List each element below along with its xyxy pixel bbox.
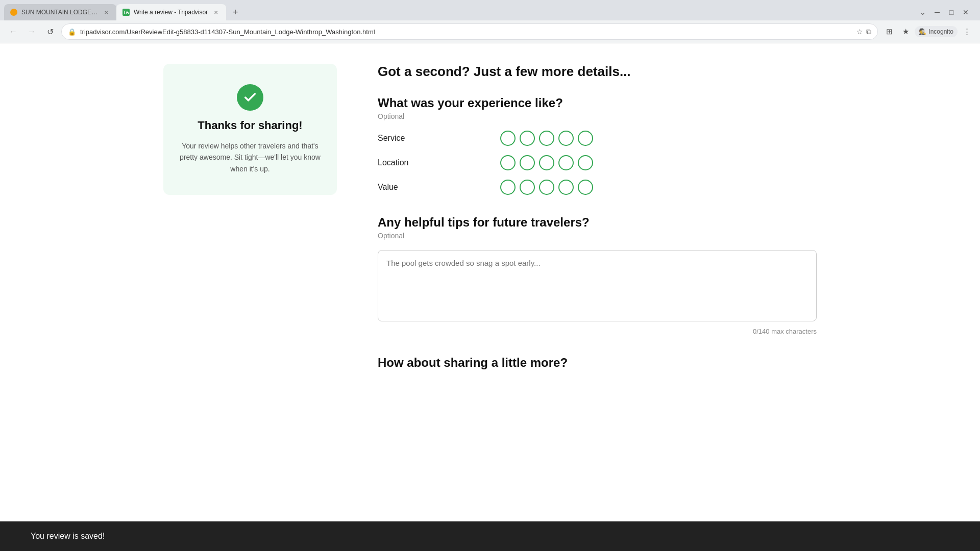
- minimize-button[interactable]: ─: [931, 6, 943, 18]
- thanks-description: Your review helps other travelers and th…: [179, 140, 322, 174]
- bookmark-icon[interactable]: ★: [898, 24, 913, 39]
- left-panel: Thanks for sharing! Your review helps ot…: [163, 64, 337, 390]
- value-circle-3[interactable]: [539, 180, 554, 195]
- tab-write-review[interactable]: TA Write a review - Tripadvisor ✕: [116, 4, 226, 20]
- forward-button[interactable]: →: [24, 24, 39, 39]
- reload-button[interactable]: ↺: [43, 24, 57, 39]
- location-rating-row: Location: [378, 155, 817, 170]
- tips-optional: Optional: [378, 232, 817, 240]
- service-circle-1[interactable]: [500, 131, 516, 146]
- tab1-label: SUN MOUNTAIN LODGE $146 (: [21, 9, 98, 16]
- toolbar-icons: ⊞ ★ 🕵 Incognito ⋮: [882, 24, 974, 39]
- main-heading: Got a second? Just a few more details...: [378, 64, 817, 80]
- value-label: Value: [378, 183, 439, 192]
- maximize-button[interactable]: □: [945, 6, 958, 18]
- tips-textarea[interactable]: [378, 250, 817, 321]
- location-circle-3[interactable]: [539, 155, 554, 170]
- tab2-close[interactable]: ✕: [212, 8, 220, 16]
- tab2-label: Write a review - Tripadvisor: [134, 9, 208, 16]
- value-circle-5[interactable]: [578, 180, 593, 195]
- tab-sun-mountain[interactable]: SUN MOUNTAIN LODGE $146 ( ✕: [4, 4, 116, 20]
- location-circle-1[interactable]: [500, 155, 516, 170]
- location-circle-4[interactable]: [558, 155, 574, 170]
- more-section: How about sharing a little more?: [378, 356, 817, 370]
- experience-heading: What was your experience like?: [378, 96, 817, 110]
- close-button[interactable]: ✕: [960, 6, 972, 18]
- tips-section: Any helpful tips for future travelers? O…: [378, 215, 817, 335]
- value-circles: [500, 180, 593, 195]
- service-rating-row: Service: [378, 131, 817, 146]
- tab1-close[interactable]: ✕: [102, 8, 110, 16]
- thanks-card: Thanks for sharing! Your review helps ot…: [163, 64, 337, 195]
- value-circle-2[interactable]: [520, 180, 535, 195]
- experience-section: What was your experience like? Optional …: [378, 96, 817, 195]
- check-icon: [237, 84, 263, 111]
- menu-icon[interactable]: ⋮: [960, 24, 974, 39]
- back-button[interactable]: ←: [6, 24, 20, 39]
- location-label: Location: [378, 158, 439, 167]
- address-bar-icons: ☆ ⧉: [856, 28, 871, 36]
- page-content: Thanks for sharing! Your review helps ot…: [133, 43, 847, 441]
- service-circle-4[interactable]: [558, 131, 574, 146]
- incognito-label: Incognito: [928, 28, 953, 35]
- address-url: tripadvisor.com/UserReviewEdit-g58833-d1…: [80, 28, 852, 36]
- location-circle-5[interactable]: [578, 155, 593, 170]
- service-circle-2[interactable]: [520, 131, 535, 146]
- service-label: Service: [378, 134, 439, 143]
- incognito-icon: 🕵: [919, 28, 926, 35]
- split-screen-icon[interactable]: ⧉: [866, 28, 871, 36]
- incognito-badge: 🕵 Incognito: [915, 26, 958, 37]
- window-controls: ⌄ ─ □ ✕: [917, 6, 976, 18]
- bookmark-star-icon[interactable]: ☆: [856, 28, 863, 36]
- value-rating-row: Value: [378, 180, 817, 195]
- location-circle-2[interactable]: [520, 155, 535, 170]
- address-bar[interactable]: 🔒 tripadvisor.com/UserReviewEdit-g58833-…: [61, 23, 878, 40]
- location-circles: [500, 155, 593, 170]
- tab1-favicon: [10, 9, 17, 16]
- lock-icon: 🔒: [68, 28, 76, 36]
- service-circles: [500, 131, 593, 146]
- value-circle-4[interactable]: [558, 180, 574, 195]
- service-circle-5[interactable]: [578, 131, 593, 146]
- experience-optional: Optional: [378, 112, 817, 120]
- tab2-favicon: TA: [122, 9, 130, 16]
- service-circle-3[interactable]: [539, 131, 554, 146]
- extensions-icon[interactable]: ⊞: [882, 24, 896, 39]
- address-bar-row: ← → ↺ 🔒 tripadvisor.com/UserReviewEdit-g…: [0, 20, 980, 43]
- new-tab-button[interactable]: +: [228, 5, 242, 19]
- thanks-title: Thanks for sharing!: [179, 119, 322, 132]
- tips-heading: Any helpful tips for future travelers?: [378, 215, 817, 230]
- tab-bar: SUN MOUNTAIN LODGE $146 ( ✕ TA Write a r…: [0, 0, 980, 20]
- tab-dropdown-button[interactable]: ⌄: [917, 6, 929, 18]
- browser-chrome: SUN MOUNTAIN LODGE $146 ( ✕ TA Write a r…: [0, 0, 980, 43]
- value-circle-1[interactable]: [500, 180, 516, 195]
- char-count: 0/140 max characters: [378, 328, 817, 335]
- more-heading: How about sharing a little more?: [378, 356, 817, 370]
- right-panel: Got a second? Just a few more details...…: [378, 64, 817, 390]
